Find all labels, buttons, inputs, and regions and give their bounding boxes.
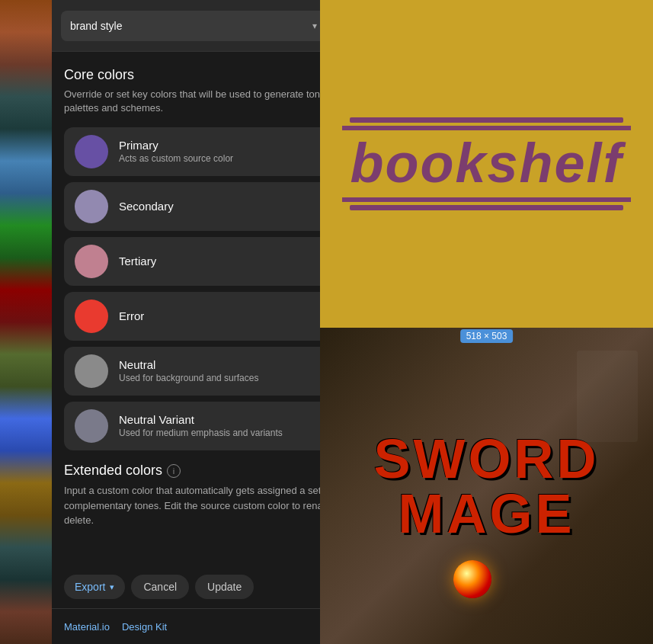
bookshelf-preview: bookshelf: [320, 0, 653, 328]
color-info-tertiary: Tertiary: [119, 255, 156, 269]
brand-style-label: brand style: [70, 20, 122, 32]
main-content: bookshelf 518 × 503 SWORDMAGE: [320, 0, 653, 644]
color-item-error[interactable]: Error: [64, 292, 360, 341]
color-name-primary: Primary: [119, 139, 233, 152]
color-swatch-primary: [75, 135, 108, 168]
orb-decoration: [453, 560, 491, 598]
core-colors-title: Core colors: [64, 67, 360, 83]
brand-style-select[interactable]: brand style ▾: [61, 11, 326, 41]
color-name-error: Error: [119, 309, 144, 322]
color-desc-primary: Acts as custom source color: [119, 153, 233, 165]
left-panel: brand style ▾ ✕ ✦ Core colors Override o…: [0, 0, 320, 644]
dimension-badge: 518 × 503: [460, 329, 514, 343]
color-swatch-neutral-variant: [75, 409, 108, 443]
color-info-primary: Primary Acts as custom source color: [119, 139, 233, 165]
color-item-neutral[interactable]: Neutral Used for background and surfaces: [64, 347, 360, 396]
color-name-tertiary: Tertiary: [119, 255, 156, 268]
sword-mage-title: SWORDMAGE: [374, 431, 600, 541]
color-item-neutral-variant[interactable]: Neutral Variant Used for medium emphasis…: [64, 402, 360, 450]
color-swatch-secondary: [75, 190, 108, 223]
book-spines: [0, 0, 52, 644]
bookshelf-title: bookshelf: [350, 133, 623, 194]
info-icon[interactable]: i: [167, 464, 181, 478]
extended-colors-title: Extended colors: [64, 463, 162, 479]
update-label: Update: [207, 581, 242, 593]
update-button[interactable]: Update: [195, 575, 254, 599]
color-swatch-neutral: [75, 354, 108, 388]
extended-colors-description: Input a custom color that automatically …: [64, 483, 360, 528]
color-item-primary[interactable]: Primary Acts as custom source color: [64, 127, 360, 176]
color-item-tertiary[interactable]: Tertiary: [64, 237, 360, 286]
cancel-label: Cancel: [143, 581, 177, 593]
right-content: bookshelf 518 × 503 SWORDMAGE: [320, 0, 653, 644]
color-desc-neutral-variant: Used for medium emphasis and variants: [119, 428, 283, 440]
export-label: Export: [75, 581, 105, 593]
cancel-button[interactable]: Cancel: [131, 575, 189, 599]
color-info-neutral: Neutral Used for background and surfaces: [119, 358, 258, 385]
export-chevron-icon: ▾: [110, 582, 114, 592]
color-name-secondary: Secondary: [119, 200, 174, 213]
color-name-neutral: Neutral: [119, 358, 258, 371]
footer-links: Material.io Design Kit: [64, 621, 167, 633]
core-colors-description: Override or set key colors that will be …: [64, 88, 360, 115]
sword-mage-background: SWORDMAGE: [320, 328, 653, 644]
chevron-down-icon: ▾: [312, 21, 317, 31]
image-strip: [0, 0, 52, 644]
color-swatch-tertiary: [75, 245, 108, 278]
color-info-neutral-variant: Neutral Variant Used for medium emphasis…: [119, 413, 283, 440]
extended-colors-header: Extended colors i: [64, 463, 360, 479]
color-item-secondary[interactable]: Secondary: [64, 182, 360, 231]
color-name-neutral-variant: Neutral Variant: [119, 413, 283, 426]
color-info-error: Error: [119, 309, 144, 324]
material-io-link[interactable]: Material.io: [64, 621, 110, 633]
sword-mage-preview: SWORDMAGE: [320, 328, 653, 644]
color-swatch-error: [75, 300, 108, 333]
color-desc-neutral: Used for background and surfaces: [119, 373, 258, 385]
color-info-secondary: Secondary: [119, 200, 174, 214]
design-kit-link[interactable]: Design Kit: [122, 621, 167, 633]
export-button[interactable]: Export ▾: [64, 575, 125, 599]
